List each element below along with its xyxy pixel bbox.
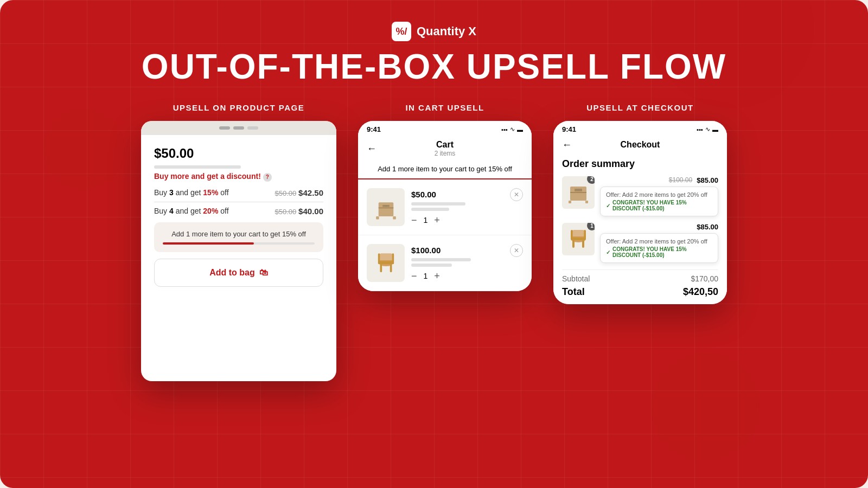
order-item-1-tooltip: Offer: Add 2 more items to get 20% off ✓…: [600, 187, 718, 216]
phone-cart: 9:41 ▪▪▪ ∿ ▬ ← Cart 2 items Add: [358, 121, 532, 291]
checkout-signal-icon: ▪▪▪: [697, 126, 703, 133]
tier2-text: Buy 4 and get 20% off: [154, 207, 229, 215]
qty-num-2: 1: [424, 272, 428, 280]
tier1-text: Buy 3 and get 15% off: [154, 188, 229, 197]
check-icon-2: ✓: [606, 249, 610, 255]
chair-svg: [371, 248, 401, 278]
help-icon[interactable]: ?: [263, 173, 272, 182]
tier-row-2: Buy 4 and get 20% off $50.00 $40.00: [154, 207, 323, 216]
order-item-1: 2 $100.00: [562, 176, 718, 216]
cart-item-2-qty: − 1 +: [411, 271, 503, 281]
pill-2: [233, 126, 244, 130]
add-to-bag-label: Add to bag: [209, 268, 255, 278]
cart-nav: ← Cart 2 items: [358, 136, 532, 159]
cart-item-2: $100.00 − 1 + ✕: [358, 235, 532, 291]
order-item-2: 1: [562, 223, 718, 263]
order-item-2-prices: $85.00: [600, 223, 718, 231]
pill-1: [219, 126, 230, 130]
back-arrow-icon[interactable]: ←: [367, 143, 376, 155]
svg-rect-1: [378, 207, 393, 208]
congrats-1: ✓ CONGRATS! YOU HAVE 15% DISCOUNT (-$15.…: [606, 200, 712, 211]
product-price: $50.00: [154, 146, 323, 161]
svg-rect-5: [393, 216, 396, 220]
order-nightstand-svg: [565, 179, 592, 206]
plus-btn-1[interactable]: +: [434, 215, 440, 225]
svg-rect-11: [380, 264, 382, 272]
cart-item-1-info: $50.00 − 1 +: [411, 190, 503, 225]
checkout-status-icons: ▪▪▪ ∿ ▬: [697, 126, 718, 133]
svg-rect-25: [582, 240, 584, 248]
cart-item-2-info: $100.00 − 1 +: [411, 246, 503, 281]
tier1-discounted: $42.50: [298, 188, 323, 197]
checkout-title: Checkout: [621, 140, 660, 150]
wifi-icon: ∿: [510, 126, 515, 133]
congrats-text-2: CONGRATS! YOU HAVE 15% DISCOUNT (-$15.00…: [612, 246, 712, 258]
svg-rect-10: [379, 253, 392, 261]
header: %/ Quantity X: [392, 22, 476, 41]
columns-container: UPSELL ON PRODUCT PAGE $50.00: [141, 103, 727, 381]
congrats-text-1: CONGRATS! YOU HAVE 15% DISCOUNT (-$15.00…: [612, 200, 712, 211]
cart-item-2-img: [367, 244, 405, 282]
line-b: [411, 208, 449, 211]
tier2-discounted: $40.00: [298, 207, 323, 216]
checkout-battery-icon: ▬: [712, 126, 718, 133]
svg-point-3: [385, 205, 387, 207]
discount-label: Buy more and get a discount! ?: [154, 172, 323, 182]
cart-title: Cart: [435, 140, 456, 150]
product-content: $50.00 Buy more and get a discount! ? Bu…: [141, 135, 336, 300]
cart-item-1-price: $50.00: [411, 190, 503, 199]
close-btn-2[interactable]: ✕: [510, 244, 523, 257]
order-summary-title: Order summary: [562, 158, 718, 170]
line-d: [411, 264, 452, 267]
order-item-1-prices: $100.00 $85.00: [600, 176, 718, 184]
order-item-1-info: $100.00 $85.00 Offer: Add 2 more items t…: [600, 176, 718, 216]
cart-subtitle: 2 items: [435, 150, 456, 157]
phone-checkout: 9:41 ▪▪▪ ∿ ▬ ← Checkout Order summary: [553, 121, 727, 304]
tier1-original: $50.00: [275, 189, 296, 197]
svg-rect-24: [572, 240, 575, 248]
subtotal-row: Subtotal $170,00: [562, 269, 718, 283]
divider-1: [154, 202, 323, 202]
svg-rect-17: [569, 201, 571, 203]
battery-icon: ▬: [517, 126, 523, 133]
total-value: $420,50: [683, 286, 718, 298]
minus-btn-1[interactable]: −: [411, 215, 417, 225]
cart-item-1-img: [367, 188, 405, 226]
cart-item-1-lines: [411, 202, 503, 211]
cart-item-1: $50.00 − 1 + ✕: [358, 179, 532, 235]
product-upsell-text: Add 1 more item to your cart to get 15% …: [171, 230, 306, 238]
checkout-back-arrow[interactable]: ←: [562, 139, 572, 151]
phone-pills: [219, 126, 258, 130]
deco-circle-3: [43, 108, 125, 190]
logo-text: Quantity X: [417, 24, 476, 38]
cart-nav-center: Cart 2 items: [435, 140, 456, 157]
congrats-2: ✓ CONGRATS! YOU HAVE 15% DISCOUNT (-$15.…: [606, 246, 712, 258]
column-checkout: UPSELL AT CHECKOUT 9:41 ▪▪▪ ∿ ▬ ← Checko…: [553, 103, 727, 304]
cart-status-bar: 9:41 ▪▪▪ ∿ ▬: [358, 121, 532, 136]
product-line-1: [154, 165, 241, 169]
plus-btn-2[interactable]: +: [434, 271, 440, 281]
cart-item-2-price: $100.00: [411, 246, 503, 255]
order-item-2-img: 1: [562, 223, 595, 255]
svg-point-16: [578, 189, 579, 190]
checkout-nav: ← Checkout: [553, 136, 727, 152]
cart-item-2-lines: [411, 258, 503, 267]
order-item-2-info: $85.00 Offer: Add 2 more items to get 20…: [600, 223, 718, 263]
order-chair-svg: [565, 226, 592, 253]
tier2-prices: $50.00 $40.00: [275, 207, 323, 216]
add-to-bag-button[interactable]: Add to bag 🛍: [154, 259, 323, 287]
minus-btn-2[interactable]: −: [411, 271, 417, 281]
order-item-2-discounted: $85.00: [697, 223, 718, 231]
bag-icon: 🛍: [259, 268, 268, 278]
qty-num-1: 1: [424, 216, 428, 224]
close-btn-1[interactable]: ✕: [510, 188, 523, 201]
line-c: [411, 258, 471, 261]
line-a: [411, 202, 465, 206]
check-icon-1: ✓: [606, 203, 610, 209]
phone-top-bar: [141, 121, 336, 135]
tier1-prices: $50.00 $42.50: [275, 188, 323, 197]
svg-rect-4: [376, 216, 379, 220]
col2-label: IN CART UPSELL: [405, 103, 484, 112]
signal-icon: ▪▪▪: [501, 126, 508, 133]
discount-label-text: Buy more and get a discount!: [154, 172, 261, 181]
